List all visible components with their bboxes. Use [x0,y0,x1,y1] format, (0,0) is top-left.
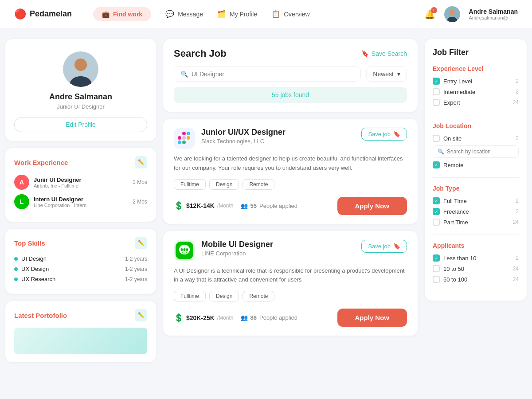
checkbox-freelance[interactable] [433,208,440,215]
work-exp-item-2: L Intern UI Designer Line Corporation - … [14,194,147,209]
applicants-info-1: 👥 55 People applied [241,203,298,209]
exp-logo-airbnb: A [14,175,29,190]
job-desc-1: We are looking for a talented designer t… [174,154,407,173]
sort-dropdown[interactable]: Newest ▾ [366,66,407,82]
search-icon: 🔍 [180,70,188,78]
line-logo [176,242,193,259]
location-search-icon: 🔍 [438,149,444,155]
profile-icon: 🗂️ [217,10,226,18]
filter-count-entry: 2 [516,78,519,84]
skill-dot-3 [14,278,18,281]
job-footer-1: 💲 $12K-14K /Month 👥 55 People applied Ap… [174,197,407,215]
checkbox-intermediate[interactable] [433,88,440,95]
divider-1 [433,115,519,115]
skills-list: UI Design 1-2 years UX Design 1-2 years … [14,255,147,282]
bookmark-icon-2: 🔖 [393,243,400,250]
profile-avatar [63,51,98,87]
checkbox-remote[interactable] [433,161,440,168]
filter-parttime: Part Time 24 [433,219,519,226]
search-input-wrap: 🔍 [174,66,361,82]
portfolio-header: Latest Portofolio ✏️ [14,309,147,321]
salary-info-1: 💲 $12K-14K /Month [174,201,234,211]
apply-button-2[interactable]: Apply Now [337,309,407,327]
filter-label-entry: Entry Level [443,78,472,85]
app-name: Pedamelan [30,9,72,19]
app-logo[interactable]: 🔴 Pedamelan [14,8,72,20]
checkbox-50-100[interactable] [433,276,440,283]
filter-count-onsite: 2 [516,135,519,141]
search-input[interactable] [192,70,354,78]
svg-rect-6 [178,136,181,140]
filter-10-to-50: 10 to 50 24 [433,265,519,272]
exp-company-2: Line Corporation - Intern [34,203,128,208]
filter-remote: Remote [433,161,519,168]
portfolio-title: Latest Portofolio [14,312,67,319]
avatar-image [444,6,460,22]
find-work-button[interactable]: 💼 Find work [93,7,151,21]
svg-point-4 [74,59,87,71]
save-job-button-1[interactable]: Save job 🔖 [361,128,407,141]
checkbox-10-50[interactable] [433,265,440,272]
checkbox-onsite[interactable] [433,135,440,142]
overview-link[interactable]: 📋 Overview [271,10,309,18]
checkbox-fulltime[interactable] [433,197,440,204]
save-icon: 🔖 [361,50,369,57]
job-header-text-1: Junior UI/UX Designer Slack Technologies… [201,128,355,145]
work-experience-edit-button[interactable]: ✏️ [135,156,147,168]
svg-rect-8 [178,141,181,144]
job-card-1-header: Junior UI/UX Designer Slack Technologies… [174,128,407,149]
top-skills-section: Top Skills ✏️ UI Design 1-2 years UX D [5,229,156,294]
svg-point-16 [184,248,186,251]
save-job-button-2[interactable]: Save job 🔖 [361,240,407,253]
job-company-2: LINE Corporation [201,250,355,257]
checkbox-entry-level[interactable] [433,78,440,85]
checkbox-expert[interactable] [433,99,440,106]
job-card-2: Mobile UI Designer LINE Corporation Save… [163,231,418,336]
salary-info-2: 💲 $20K-25K /Month [174,313,234,323]
notification-badge: 1 [431,7,437,13]
slack-logo [176,129,193,147]
checkbox-less10[interactable] [433,254,440,262]
message-link[interactable]: 💬 Message [165,10,203,18]
page-layout: Andre Salmanan Junior UI Designer Edit P… [0,28,532,399]
job-header-text-2: Mobile UI Designer LINE Corporation [201,240,355,257]
skill-years-2: 1-2 years [125,266,147,272]
work-experience-header: Work Experience ✏️ [14,156,147,168]
skill-name-3: UX Research [14,276,55,282]
exp-info-2: Intern UI Designer Line Corporation - In… [34,196,128,208]
filter-count-less10: 2 [516,255,519,261]
exp-duration-2: 2 Mos [133,199,147,205]
filter-experience-title: Experience Level [433,65,519,72]
filter-onsite: On site 2 [433,135,519,142]
user-email: Andresalmanan@ [469,15,518,20]
skill-years-1: 1-2 years [125,256,147,262]
filter-label-intermediate: Intermediate [443,89,475,95]
divider-2 [433,177,519,178]
salary-icon-2: 💲 [174,313,184,323]
filter-count-freelance: 2 [516,208,519,215]
location-search-input[interactable] [447,149,514,155]
checkbox-parttime[interactable] [433,219,440,226]
save-search-button[interactable]: 🔖 Save Search [361,50,407,57]
filter-label-parttime: Part Time [443,219,468,226]
top-skills-edit-button[interactable]: ✏️ [135,237,147,249]
search-title-row: Search Job 🔖 Save Search [174,48,407,59]
job-tag-remote-2: Remote [243,291,274,301]
user-avatar[interactable] [444,6,460,22]
people-icon-1: 👥 [241,203,248,209]
my-profile-link[interactable]: 🗂️ My Profile [217,10,257,18]
exp-title-2: Intern UI Designer [34,196,128,203]
portfolio-edit-button[interactable]: ✏️ [135,309,147,321]
notification-button[interactable]: 🔔 1 [424,9,435,20]
job-tag-design-2: Design [209,291,239,301]
svg-rect-9 [182,141,186,144]
apply-button-1[interactable]: Apply Now [337,197,407,215]
filter-label-onsite: On site [443,135,462,142]
filter-count-fulltime: 2 [516,198,519,204]
edit-profile-button[interactable]: Edit Profile [14,117,147,132]
profile-subtitle: Junior UI Designer [14,103,147,110]
salary-amount-2: $20K-25K [186,314,215,321]
skill-item-2: UX Design 1-2 years [14,266,147,272]
navbar-right: 🔔 1 Andre Salmanan Andresalmanan@ [424,6,518,22]
job-tags-2: Fulltime Design Remote [174,291,407,301]
